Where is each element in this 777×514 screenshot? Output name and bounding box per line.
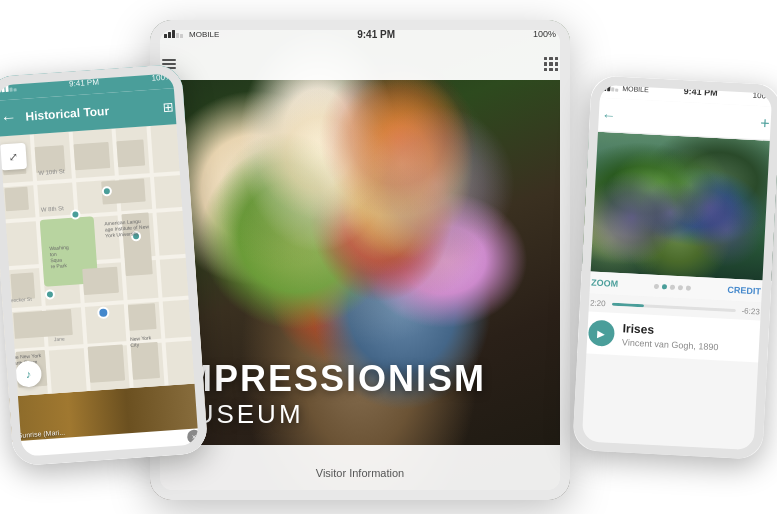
credit-label[interactable]: CREDIT — [727, 285, 761, 297]
dot-1 — [654, 283, 659, 288]
map-block — [82, 266, 119, 294]
tablet-battery: 100% — [533, 29, 556, 39]
progress-bar-track[interactable] — [612, 302, 736, 311]
map-pin-current — [97, 306, 110, 319]
phone-right-time: 9:41 PM — [683, 86, 717, 98]
map-street-label: W 10th St — [38, 168, 65, 176]
map-block — [88, 344, 126, 383]
play-button[interactable]: ▶ — [588, 319, 615, 346]
map-building-label: New YorkCity — [130, 334, 152, 347]
phone-right-plus-button[interactable]: + — [760, 114, 770, 132]
dot-4 — [678, 285, 683, 290]
map-building-label: American Language Institute of NewYork U… — [104, 217, 149, 238]
playback-controls: ▶ Irises Vincent van Gogh, 1890 — [588, 319, 759, 354]
map-block — [116, 139, 145, 167]
irises-painting-detail — [582, 131, 777, 281]
scene: MOBILE 9:41 PM 100% IMPRESSIONISM MUSEUM… — [0, 0, 777, 514]
map-street-label: Jane — [54, 335, 65, 342]
map-block — [4, 187, 29, 212]
map-park-label: WashingtonSquare Park — [49, 244, 70, 269]
phone-right-battery: 100% — [752, 90, 773, 100]
tablet-time: 9:41 PM — [357, 29, 395, 40]
tablet-toolbar — [150, 48, 570, 80]
phone-left-time: 9:41 PM — [69, 77, 99, 88]
phone-left-battery: 100% — [151, 72, 172, 82]
tablet-overlay-text: IMPRESSIONISM MUSEUM — [150, 339, 570, 440]
tablet-device: MOBILE 9:41 PM 100% IMPRESSIONISM MUSEUM… — [150, 20, 570, 500]
dot-5 — [686, 285, 691, 290]
phone-left-title: Historical Tour — [25, 104, 110, 124]
phone-left-map[interactable]: W 10th St W 8th St American Language Ins… — [0, 124, 203, 397]
time-total: -6:23 — [741, 306, 760, 316]
artwork-details: Irises Vincent van Gogh, 1890 — [622, 321, 720, 352]
map-block — [128, 303, 157, 331]
dot-3 — [670, 284, 675, 289]
map-street-label: W 8th St — [41, 205, 64, 213]
phone-right-device: MOBILE 9:41 PM 100% ← + ZOOM CREDIT — [572, 75, 777, 459]
tablet-painting-flowers — [171, 44, 549, 356]
tablet-bottom-bar[interactable]: Visitor Information — [150, 445, 570, 500]
tablet-signal-icon — [164, 30, 183, 38]
map-street-label: Bleecker St — [6, 296, 32, 304]
bottom-close-button[interactable]: × — [187, 429, 202, 444]
phone-left-map-icon-button[interactable]: ⊞ — [163, 99, 175, 115]
time-elapsed: 2:20 — [590, 298, 606, 308]
phone-left-back-button[interactable]: ← — [0, 108, 18, 127]
phone-right-back-button[interactable]: ← — [599, 105, 618, 124]
tablet-status-left: MOBILE — [164, 30, 219, 39]
map-block — [73, 142, 110, 170]
dots-indicator — [654, 283, 691, 290]
tablet-grid-icon[interactable] — [544, 57, 558, 71]
zoom-label[interactable]: ZOOM — [591, 278, 618, 289]
tablet-painting-subtitle: MUSEUM — [170, 399, 550, 430]
phone-left-signal-icon — [0, 84, 17, 92]
phone-left-device: 9:41 PM 100% ← Historical Tour ⊞ — [0, 64, 208, 467]
map-background: W 10th St W 8th St American Language Ins… — [0, 124, 203, 397]
map-pin — [44, 289, 55, 300]
phone-right-signal-icon — [599, 83, 618, 91]
artwork-info-panel: ▶ Irises Vincent van Gogh, 1890 — [577, 311, 769, 363]
phone-right-carrier: MOBILE — [622, 84, 649, 92]
phone-left-bottom-panel[interactable]: Sunrise (Mari... × — [9, 383, 208, 466]
dot-2 — [662, 284, 667, 289]
map-expand-button[interactable]: ⤢ — [0, 143, 27, 171]
tablet-painting-title: IMPRESSIONISM — [170, 359, 550, 399]
map-street — [0, 170, 189, 188]
tablet-status-bar: MOBILE 9:41 PM 100% — [150, 20, 570, 48]
progress-bar-fill — [612, 302, 644, 307]
tablet-carrier-label: MOBILE — [189, 30, 219, 39]
phone-right-signal-group: MOBILE — [599, 83, 649, 93]
phone-right-painting — [582, 131, 777, 281]
tablet-visitor-info-label: Visitor Information — [316, 467, 404, 479]
bottom-thumb-label: Sunrise (Mari... — [17, 429, 65, 439]
